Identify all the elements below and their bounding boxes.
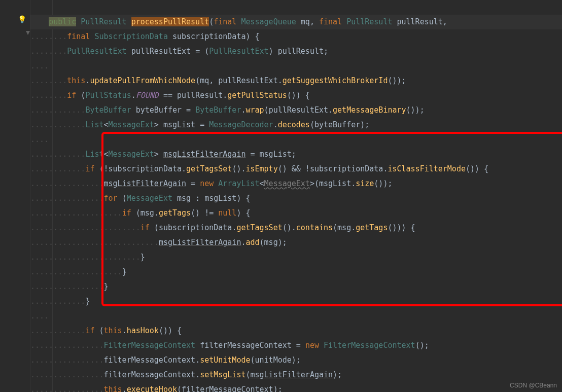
fold-icon[interactable]: [25, 30, 30, 35]
lightbulb-icon[interactable]: 💡: [18, 15, 26, 23]
code-area[interactable]: public PullResult processPullResult(fina…: [30, 0, 562, 392]
code-line: ....: [30, 59, 562, 74]
code-line: ....................}: [30, 265, 562, 279]
code-line: ................msgListFilterAgain = new…: [30, 176, 562, 191]
code-editor[interactable]: 💡 public PullResult processPullResult(fi…: [0, 0, 562, 392]
code-line: [30, 0, 562, 15]
code-line: ........................}: [30, 250, 562, 265]
code-line: ........PullResultExt pullResultExt = (P…: [30, 44, 562, 59]
code-line: ....................if (msg.getTags() !=…: [30, 206, 562, 221]
code-line: ........................if (subscription…: [30, 221, 562, 235]
code-line: ................this.executeHook(filterM…: [30, 382, 562, 392]
code-line: ....: [30, 309, 562, 324]
gutter: 💡: [0, 0, 30, 392]
code-line: ................}: [30, 279, 562, 294]
code-line: ........this.updatePullFromWhichNode(mq,…: [30, 74, 562, 88]
code-line: ............List<MessageExt> msgList = M…: [30, 118, 562, 132]
code-line: ....: [30, 132, 562, 147]
code-line: ............List<MessageExt> msgListFilt…: [30, 147, 562, 162]
code-line: ............................msgListFilte…: [30, 235, 562, 250]
code-line: ............ByteBuffer byteBuffer = Byte…: [30, 103, 562, 118]
code-line: ................filterMessageContext.set…: [30, 353, 562, 368]
code-line: ............if (!subscriptionData.getTag…: [30, 162, 562, 176]
code-line: ................for (MessageExt msg : ms…: [30, 191, 562, 206]
code-line: ............}: [30, 294, 562, 309]
code-line: ................filterMessageContext.set…: [30, 368, 562, 382]
code-line: ........final SubscriptionData subscript…: [30, 29, 562, 44]
code-line: ........if (PullStatus.FOUND == pullResu…: [30, 88, 562, 103]
code-line: ................FilterMessageContext fil…: [30, 338, 562, 353]
watermark: CSDN @CBeann: [510, 382, 557, 389]
code-line: ............if (this.hasHook()) {: [30, 324, 562, 338]
code-line: public PullResult processPullResult(fina…: [30, 15, 562, 29]
